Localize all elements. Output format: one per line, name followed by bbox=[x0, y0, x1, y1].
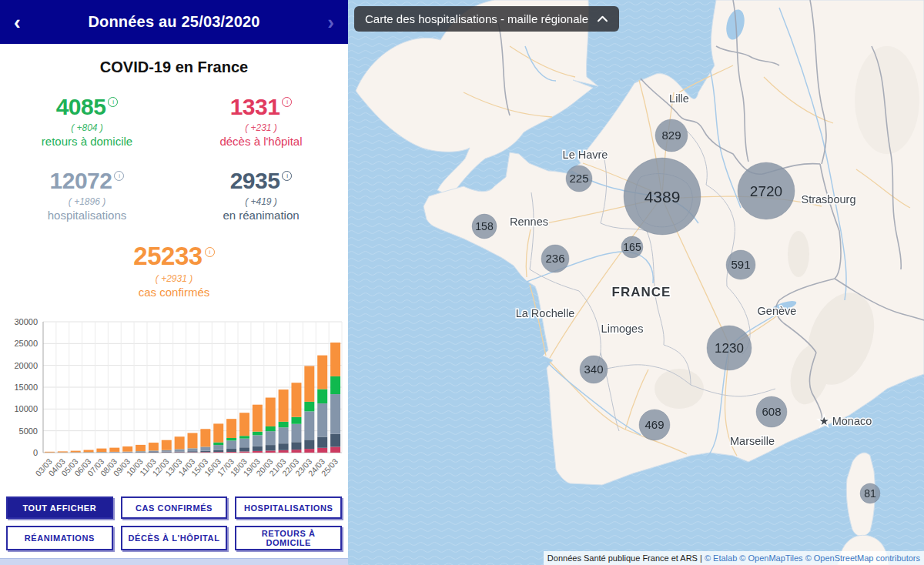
chart-bar-segment[interactable] bbox=[96, 449, 106, 453]
chart-bar-segment[interactable] bbox=[266, 426, 276, 431]
chart-bar-segment[interactable] bbox=[317, 356, 327, 389]
chart-bar-segment[interactable] bbox=[149, 450, 159, 452]
chart-bar-segment[interactable] bbox=[266, 450, 276, 453]
chart-bar-segment[interactable] bbox=[188, 448, 198, 451]
chart-bar-segment[interactable] bbox=[266, 431, 276, 445]
chart-bar-segment[interactable] bbox=[317, 389, 327, 404]
chart-bar-segment[interactable] bbox=[122, 452, 132, 453]
hospitalisation-bubble[interactable]: 591 bbox=[726, 250, 755, 279]
chart-bar-segment[interactable] bbox=[266, 445, 276, 450]
chart-bar-segment[interactable] bbox=[45, 452, 55, 453]
hospitalisation-bubble[interactable]: 81 bbox=[860, 483, 880, 503]
chart-bar-segment[interactable] bbox=[175, 450, 185, 452]
chart-bar-segment[interactable] bbox=[304, 411, 314, 440]
chart-bar-segment[interactable] bbox=[213, 445, 223, 450]
chart-bar-segment[interactable] bbox=[213, 450, 223, 452]
chart-bar-segment[interactable] bbox=[330, 446, 340, 453]
chart-bar-segment[interactable] bbox=[84, 450, 94, 453]
chart-bar-segment[interactable] bbox=[188, 433, 198, 449]
chart-bar-segment[interactable] bbox=[239, 447, 249, 451]
chart-bar-segment[interactable] bbox=[226, 419, 236, 438]
filter-button-cas-confirmes[interactable]: CAS CONFIRMÉS bbox=[121, 496, 228, 519]
hospitalisation-bubble[interactable]: 165 bbox=[621, 236, 643, 258]
chart-bar-segment[interactable] bbox=[253, 446, 263, 451]
chart-bar-segment[interactable] bbox=[330, 343, 340, 376]
chart-bar-segment[interactable] bbox=[226, 452, 236, 453]
chart-bar-segment[interactable] bbox=[149, 452, 159, 453]
chart-bar-segment[interactable] bbox=[317, 403, 327, 436]
chart-bar-segment[interactable] bbox=[291, 424, 301, 443]
map-credits-links[interactable]: © Etalab © OpenMapTiles © OpenStreetMap … bbox=[705, 553, 920, 563]
chart-bar-segment[interactable] bbox=[226, 438, 236, 440]
chart-bar-segment[interactable] bbox=[239, 413, 249, 436]
chart-bar-segment[interactable] bbox=[162, 452, 172, 453]
chart-bar-segment[interactable] bbox=[239, 439, 249, 448]
chart-bar-segment[interactable] bbox=[175, 451, 185, 452]
filter-button-hospitalisations[interactable]: HOSPITALISATIONS bbox=[235, 496, 342, 519]
chart-bar-segment[interactable] bbox=[253, 405, 263, 432]
previous-day-button[interactable]: ‹ bbox=[14, 12, 21, 32]
chart-bar-segment[interactable] bbox=[330, 434, 340, 447]
chart-bar-segment[interactable] bbox=[136, 452, 146, 453]
filter-button-retours-domicile[interactable]: RETOURS À DOMICILE bbox=[235, 526, 342, 550]
hospitalisation-bubble[interactable]: 4389 bbox=[624, 158, 701, 235]
chart-bar-segment[interactable] bbox=[291, 450, 301, 453]
chart-bar-segment[interactable] bbox=[304, 440, 314, 449]
chart-bar-segment[interactable] bbox=[226, 440, 236, 449]
chart-bar-segment[interactable] bbox=[330, 376, 340, 394]
next-day-button[interactable]: › bbox=[327, 12, 334, 32]
chart-bar-segment[interactable] bbox=[239, 452, 249, 453]
info-icon[interactable]: i bbox=[108, 97, 118, 107]
chart-bar-segment[interactable] bbox=[317, 437, 327, 448]
chart-bar-segment[interactable] bbox=[304, 402, 314, 411]
chart-bar-segment[interactable] bbox=[266, 398, 276, 426]
filter-button-reanimations[interactable]: RÉANIMATIONS bbox=[6, 526, 113, 550]
chart-bar-segment[interactable] bbox=[200, 451, 210, 453]
chart-bar-segment[interactable] bbox=[200, 429, 210, 446]
chart-bar-segment[interactable] bbox=[279, 422, 289, 427]
hospitalisation-bubble[interactable]: 829 bbox=[655, 119, 688, 152]
chart-bar-segment[interactable] bbox=[162, 450, 172, 452]
info-icon[interactable]: i bbox=[282, 171, 292, 181]
chart-bar-segment[interactable] bbox=[188, 451, 198, 452]
chart-bar-segment[interactable] bbox=[136, 445, 146, 451]
chart-bar-segment[interactable] bbox=[279, 427, 289, 443]
map-canvas[interactable]: LilleLe HavreStrasbourgRennesLa Rochelle… bbox=[348, 0, 924, 565]
chart-bar-segment[interactable] bbox=[291, 442, 301, 450]
chart-bar-segment[interactable] bbox=[136, 451, 146, 452]
chart-bar-segment[interactable] bbox=[200, 452, 210, 453]
filter-button-deces-hopital[interactable]: DÉCÈS À L'HÔPITAL bbox=[121, 526, 228, 550]
chart-bar-segment[interactable] bbox=[291, 383, 301, 417]
chart-bar-segment[interactable] bbox=[162, 440, 172, 450]
chart-bar-segment[interactable] bbox=[213, 423, 223, 442]
chart-bar-segment[interactable] bbox=[253, 451, 263, 453]
chart-bar-segment[interactable] bbox=[226, 449, 236, 452]
chart-bar-segment[interactable] bbox=[175, 436, 185, 449]
info-icon[interactable]: i bbox=[114, 171, 124, 181]
chart-bar-segment[interactable] bbox=[109, 452, 119, 453]
hospitalisation-bubble[interactable]: 2720 bbox=[738, 162, 795, 219]
hospitalisation-bubble[interactable]: 158 bbox=[472, 214, 497, 239]
chart-bar-segment[interactable] bbox=[330, 394, 340, 434]
hospitalisation-bubble[interactable]: 608 bbox=[756, 396, 787, 427]
chart-bar-segment[interactable] bbox=[253, 432, 263, 436]
chart-bar-segment[interactable] bbox=[291, 417, 301, 424]
chart-bar-segment[interactable] bbox=[317, 448, 327, 453]
hospitalisation-bubble[interactable]: 225 bbox=[566, 165, 592, 192]
chart-bar-segment[interactable] bbox=[253, 435, 263, 446]
chart-bar-segment[interactable] bbox=[279, 450, 289, 453]
chart-bar-segment[interactable] bbox=[239, 436, 249, 438]
chart-bar-segment[interactable] bbox=[200, 446, 210, 450]
map-layer-selector[interactable]: Carte des hospitalisations - maille régi… bbox=[354, 6, 619, 32]
chart-bar-segment[interactable] bbox=[304, 449, 314, 453]
info-icon[interactable]: i bbox=[205, 247, 215, 257]
chart-bar-segment[interactable] bbox=[279, 389, 289, 422]
hospitalisation-bubble[interactable]: 469 bbox=[639, 410, 670, 440]
chart-bar-segment[interactable] bbox=[122, 446, 132, 452]
filter-button-tout-afficher[interactable]: TOUT AFFICHER bbox=[6, 496, 113, 519]
chart-bar-segment[interactable] bbox=[149, 443, 159, 450]
hospitalisation-bubble[interactable]: 340 bbox=[580, 356, 608, 383]
chart-bar-segment[interactable] bbox=[213, 443, 223, 445]
hospitalisation-bubble[interactable]: 236 bbox=[541, 245, 569, 272]
chart-bar-segment[interactable] bbox=[279, 443, 289, 450]
